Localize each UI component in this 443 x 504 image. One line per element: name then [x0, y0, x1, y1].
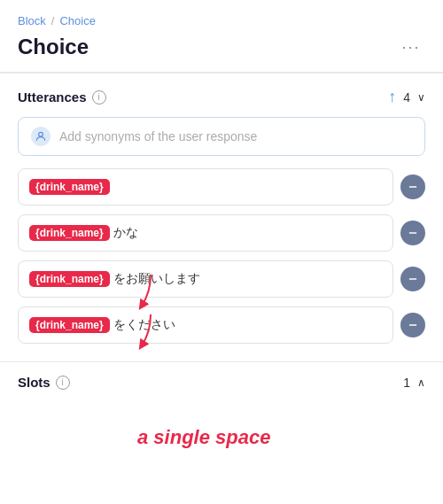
- utterance-row: {drink_name} をください: [18, 306, 425, 344]
- slots-info-icon[interactable]: i: [56, 376, 70, 390]
- utterance-input-4[interactable]: {drink_name} をください: [18, 306, 393, 344]
- upload-icon[interactable]: ↑: [388, 88, 396, 106]
- header: Block / Choice Choice ···: [0, 0, 443, 73]
- page-title: Choice: [18, 35, 89, 59]
- slot-tag-3: {drink_name}: [29, 271, 110, 287]
- utterance-text-2: かな: [113, 225, 138, 241]
- breadcrumb-current[interactable]: Choice: [59, 14, 95, 27]
- slots-count: 1: [403, 376, 410, 390]
- annotation-text: a single space: [137, 426, 270, 448]
- utterances-controls: ↑ 4 ∨: [388, 88, 425, 106]
- utterances-section: Utterances i ↑ 4 ∨ Add synonyms of the u…: [0, 74, 443, 358]
- utterances-list: {drink_name} {drink_name} かな: [18, 168, 425, 344]
- utterances-count: 4: [403, 90, 410, 105]
- utterance-text-4: をください: [113, 317, 175, 333]
- utterances-title-group: Utterances i: [18, 89, 106, 105]
- slots-title: Slots: [18, 375, 51, 390]
- utterance-input-2[interactable]: {drink_name} かな: [18, 214, 393, 252]
- utterance-text-3: をお願いします: [113, 271, 200, 287]
- title-row: Choice ···: [18, 33, 425, 61]
- slots-chevron-up[interactable]: ∧: [417, 376, 425, 389]
- more-button[interactable]: ···: [397, 33, 425, 61]
- page: Block / Choice Choice ··· Utterances i ↑…: [0, 0, 443, 504]
- remove-utterance-2[interactable]: [400, 221, 425, 245]
- utterance-input-1[interactable]: {drink_name}: [18, 168, 393, 205]
- utterances-title: Utterances: [18, 89, 87, 105]
- svg-point-0: [39, 132, 43, 136]
- slots-header: Slots i 1 ∧: [18, 375, 425, 390]
- slots-section: Slots i 1 ∧: [0, 361, 443, 404]
- utterance-row: {drink_name} かな: [18, 214, 425, 252]
- remove-utterance-1[interactable]: [400, 174, 425, 199]
- slot-tag-2: {drink_name}: [29, 225, 110, 241]
- utterance-row: {drink_name} をお願いします: [18, 260, 425, 298]
- annotation-overlay: a single space: [137, 426, 270, 449]
- slot-tag-4: {drink_name}: [29, 317, 110, 333]
- utterances-info-icon[interactable]: i: [92, 90, 106, 105]
- breadcrumb-separator: /: [51, 14, 55, 27]
- utterances-chevron-down[interactable]: ∨: [417, 91, 425, 104]
- utterances-section-header: Utterances i ↑ 4 ∨: [18, 88, 425, 106]
- slot-tag-1: {drink_name}: [29, 179, 110, 195]
- utterance-row: {drink_name}: [18, 168, 425, 205]
- utterance-input-3[interactable]: {drink_name} をお願いします: [18, 260, 393, 298]
- remove-utterance-3[interactable]: [400, 267, 425, 291]
- breadcrumb: Block / Choice: [18, 14, 425, 27]
- breadcrumb-parent[interactable]: Block: [18, 14, 46, 27]
- slots-controls: 1 ∧: [403, 376, 425, 390]
- user-icon: [31, 127, 51, 146]
- add-synonym-row[interactable]: Add synonyms of the user response: [18, 117, 425, 156]
- remove-utterance-4[interactable]: [400, 313, 425, 337]
- add-synonym-placeholder: Add synonyms of the user response: [59, 129, 257, 143]
- slots-title-group: Slots i: [18, 375, 70, 390]
